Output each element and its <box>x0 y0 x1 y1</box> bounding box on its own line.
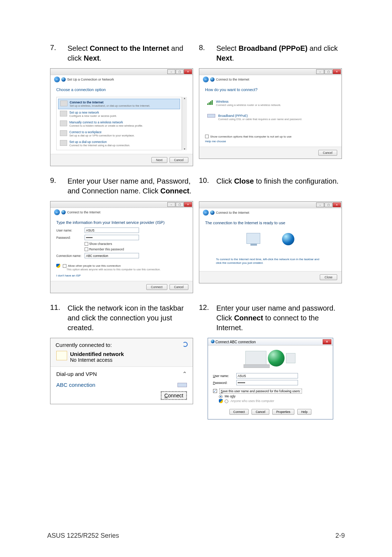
globe-icon <box>60 101 68 106</box>
connection-name-input[interactable] <box>85 253 139 258</box>
option-new-network[interactable]: Set up a new networkConfigure a new rout… <box>58 109 180 119</box>
minimize-icon[interactable]: – <box>316 69 324 74</box>
cancel-button[interactable]: Cancel <box>170 157 188 163</box>
back-icon[interactable]: ← <box>54 209 60 215</box>
network-title: Unidentified network <box>70 351 124 357</box>
minimize-icon[interactable]: – <box>167 69 175 74</box>
close-button[interactable]: Close <box>320 274 337 280</box>
radio-me-only[interactable] <box>219 395 222 398</box>
step-num: 12. <box>199 303 216 333</box>
window-ready: – ▢ ✕ ← Connect to the Internet The conn… <box>199 201 342 283</box>
username-input[interactable] <box>85 228 139 233</box>
step-num: 7. <box>50 44 68 63</box>
maximize-icon[interactable]: ▢ <box>176 202 184 207</box>
globe-icon <box>282 233 294 245</box>
step-num: 11. <box>50 303 68 333</box>
breadcrumb: Connect to the Internet <box>216 78 249 81</box>
router-icon <box>60 111 67 116</box>
phone-icon <box>286 353 295 363</box>
network-flyout: Currently connected to: Unidentified net… <box>50 338 193 404</box>
step-num: 10. <box>199 176 216 186</box>
connection-item[interactable]: ABC connection <box>50 379 193 392</box>
back-icon[interactable]: ← <box>203 77 209 82</box>
close-icon[interactable]: ✕ <box>184 202 192 207</box>
cancel-button[interactable]: Cancel <box>170 284 188 290</box>
chevron-up-icon[interactable]: ⌃ <box>182 370 187 377</box>
remember-password-label: Remember this password <box>89 247 124 251</box>
section-dialup-vpn: Dial-up and VPN <box>56 371 97 377</box>
phone-icon <box>60 140 67 146</box>
maximize-icon[interactable]: ▢ <box>176 69 184 74</box>
next-button[interactable]: Next <box>151 157 167 163</box>
step-text: Click Close to finish the configuration. <box>216 176 339 186</box>
laptop-icon <box>245 351 266 365</box>
globe-icon <box>210 210 215 215</box>
modem-icon <box>207 114 215 118</box>
close-icon[interactable]: ✕ <box>323 339 331 344</box>
help-button[interactable]: Help <box>297 409 311 415</box>
option-broadband[interactable]: Broadband (PPPoE)Connect using DSL or ca… <box>205 111 336 124</box>
close-icon[interactable]: ✕ <box>184 69 192 74</box>
refresh-icon[interactable] <box>183 342 188 347</box>
breadcrumb: Connect to the Internet <box>67 210 101 214</box>
globe-icon <box>61 210 66 214</box>
tip-text: To connect to the Internet next time, le… <box>205 256 336 267</box>
password-input[interactable] <box>236 380 298 385</box>
step-text: Select Broadband (PPPoE) and click Next. <box>216 44 342 63</box>
window-setup-connection: – ▢ ✕ ← Set Up a Connection or Network C… <box>50 68 193 166</box>
cancel-button[interactable]: Cancel <box>252 409 269 415</box>
option-connect-internet[interactable]: Connect to the InternetSet up a wireless… <box>58 99 180 109</box>
radio-anyone[interactable] <box>225 400 228 403</box>
step-text: Select Connect to the Internet and click… <box>68 44 193 63</box>
username-input[interactable] <box>236 373 298 378</box>
breadcrumb: Connect to the Internet <box>216 211 249 214</box>
no-isp-link[interactable]: I don't have an ISP <box>56 274 187 277</box>
minimize-icon[interactable]: – <box>167 202 175 207</box>
dialog-heading: The connection to the Internet is ready … <box>205 221 336 225</box>
close-icon[interactable]: ✕ <box>333 202 341 207</box>
show-options-checkbox[interactable]: Show connection options that this comput… <box>205 135 336 138</box>
connect-button[interactable]: CConnectonnect <box>161 391 187 400</box>
dialog-title: Connect ABC connection <box>215 340 256 344</box>
globe-icon <box>268 350 285 366</box>
minimize-icon[interactable]: – <box>316 202 324 207</box>
cancel-button[interactable]: Cancel <box>318 150 337 156</box>
back-icon[interactable]: ← <box>203 210 209 216</box>
radio-anyone-label: Anyone who uses this computer <box>230 399 274 403</box>
show-characters-checkbox[interactable] <box>85 242 88 246</box>
dialog-heading: How do you want to connect? <box>205 87 336 92</box>
maximize-icon[interactable]: ▢ <box>324 202 332 207</box>
dialog-connect-abc: Connect ABC connection ✕ User name: Pass… <box>208 338 334 419</box>
option-dialup[interactable]: Set up a dial-up connectionConnect to th… <box>58 139 180 148</box>
connect-button[interactable]: Connect <box>146 284 167 290</box>
connection-name-label: Connection name: <box>56 254 85 258</box>
step-text: Click the network icon in the taskbar an… <box>68 303 193 333</box>
footer-page: 2-9 <box>335 532 345 540</box>
allow-others-desc: This option allows anyone with access to… <box>66 268 187 271</box>
shield-icon <box>56 264 60 268</box>
briefcase-icon <box>60 130 67 136</box>
option-manual-wireless[interactable]: Manually connect to a wireless networkCo… <box>58 119 180 129</box>
password-input[interactable] <box>85 235 139 240</box>
properties-button[interactable]: Properties <box>272 409 294 415</box>
save-credentials-checkbox[interactable]: ✓ <box>213 389 217 393</box>
modem-icon <box>177 383 187 387</box>
password-label: Password: <box>56 236 85 239</box>
help-me-choose-link[interactable]: Help me choose <box>205 140 336 143</box>
back-icon[interactable]: ← <box>54 77 60 82</box>
option-workplace[interactable]: Connect to a workplaceSet up a dial-up o… <box>58 129 180 139</box>
dialog-heading: Choose a connection option <box>56 87 187 92</box>
allow-others-checkbox[interactable]: Allow other people to use this connectio… <box>56 264 187 268</box>
flyout-header: Currently connected to: <box>56 342 112 348</box>
username-label: User name: <box>213 374 236 378</box>
connect-button[interactable]: Connect <box>229 409 249 415</box>
username-label: User name: <box>56 229 85 232</box>
option-wireless[interactable]: WirelessConnect using a wireless router … <box>205 97 336 110</box>
radio-me-only-label: Me only <box>225 394 236 398</box>
close-icon[interactable]: ✕ <box>333 69 341 74</box>
show-characters-label: Show characters <box>89 242 112 246</box>
remember-password-checkbox[interactable] <box>85 247 88 251</box>
step-num: 9. <box>50 176 68 196</box>
maximize-icon[interactable]: ▢ <box>324 69 332 74</box>
scrollbar[interactable]: ▲▼ <box>182 97 187 150</box>
